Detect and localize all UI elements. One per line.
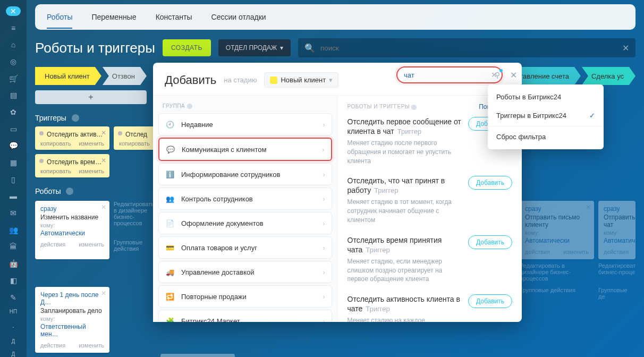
- people-icon[interactable]: 👥: [6, 225, 21, 235]
- add-button[interactable]: Добавить: [468, 235, 512, 249]
- doc-icon[interactable]: ▯: [6, 175, 21, 184]
- close-icon[interactable]: ✕: [586, 203, 591, 211]
- group-recent[interactable]: 🕘Недавние›: [158, 113, 332, 135]
- close-modal-button[interactable]: ✕: [507, 66, 520, 83]
- info-icon[interactable]: [187, 104, 192, 109]
- modal-search-input[interactable]: [404, 71, 487, 79]
- copy-link[interactable]: копировать: [40, 140, 71, 147]
- modal-body: ГРУППА 🕘Недавние› 💬Коммуникация с клиент…: [153, 95, 522, 322]
- close-icon[interactable]: ✕: [101, 203, 106, 211]
- clear-icon[interactable]: ✕: [622, 43, 629, 53]
- modal-search[interactable]: ✕: [396, 66, 503, 83]
- close-icon[interactable]: ✕: [101, 290, 106, 297]
- list-icon[interactable]: ▤: [6, 90, 21, 100]
- close-icon[interactable]: ✕: [6, 6, 21, 16]
- cart-icon[interactable]: 🛒: [6, 74, 21, 83]
- edit-link[interactable]: изменить: [79, 342, 104, 348]
- group-market[interactable]: 🧩Битрикс24.Маркет›: [158, 310, 332, 322]
- bank-icon[interactable]: 🏛: [6, 242, 21, 252]
- target-icon[interactable]: ◎: [6, 57, 21, 66]
- robot-card[interactable]: ✕ сразу Изменить название кому: Автомати…: [35, 201, 109, 259]
- editor-line[interactable]: Редактировать в дизайнере бизнес-процесс…: [114, 201, 156, 226]
- tab-debug-sessions[interactable]: Сессии отладки: [211, 5, 266, 29]
- create-button[interactable]: СОЗДАТЬ: [163, 39, 211, 56]
- group-column: ГРУППА 🕘Недавние› 💬Коммуникация с клиент…: [153, 96, 338, 322]
- trigger-card[interactable]: ✕ Отследить активн… копироватьизменить: [35, 126, 109, 150]
- stage-new-client[interactable]: Новый клиент: [35, 67, 101, 85]
- copy-link[interactable]: копировать: [119, 140, 150, 147]
- info-icon[interactable]: [66, 188, 73, 195]
- rail-label-d2[interactable]: Д: [12, 352, 15, 357]
- tab-robots[interactable]: Роботы: [47, 5, 72, 29]
- actions-label[interactable]: действия: [40, 342, 65, 348]
- add-stage-button[interactable]: +: [35, 90, 147, 104]
- edit-link[interactable]: изменить: [79, 168, 104, 174]
- group-delivery[interactable]: 🚚Управление доставкой›: [158, 261, 332, 283]
- home-icon[interactable]: ⌂: [6, 40, 21, 49]
- global-search[interactable]: 🔍 ✕: [298, 38, 635, 57]
- edit-link[interactable]: изменить: [563, 249, 589, 255]
- actions-label[interactable]: действия: [604, 249, 629, 255]
- group-line[interactable]: Групповые действия: [520, 287, 594, 353]
- file-icon[interactable]: ▭: [6, 124, 21, 134]
- tab-constants[interactable]: Константы: [156, 5, 192, 29]
- filter-option-triggers[interactable]: Триггеры в Битрикс24✓: [488, 106, 604, 125]
- group-line[interactable]: Групповые действия: [114, 239, 156, 252]
- filter-option-robots[interactable]: Роботы в Битрикс24: [488, 88, 604, 106]
- edit-link[interactable]: изменить: [79, 140, 104, 147]
- info-icon[interactable]: [72, 114, 79, 122]
- cube-icon[interactable]: ◧: [6, 276, 21, 285]
- group-client-communication[interactable]: 💬Коммуникация с клиентом›: [158, 138, 332, 161]
- actions-label[interactable]: действия: [40, 241, 65, 248]
- robots-title: Роботы: [35, 187, 61, 196]
- chevron-right-icon: ›: [323, 195, 325, 203]
- chat-icon[interactable]: 💬: [6, 141, 21, 151]
- filter-icon[interactable]: ≡: [6, 23, 21, 33]
- chevron-right-icon: ›: [323, 293, 325, 301]
- group-column-header: ГРУППА: [153, 96, 337, 113]
- stage-picker[interactable]: Новый клиент ▾: [264, 72, 338, 88]
- group-documents[interactable]: 📄Оформление документов›: [158, 212, 332, 234]
- group-staff-control[interactable]: 👥Контроль сотрудников›: [158, 188, 332, 210]
- calendar-icon[interactable]: ▦: [6, 158, 21, 167]
- archive-icon[interactable]: ▬: [6, 192, 21, 201]
- robot-card[interactable]: сразу Отправить чат кому: Автоматически …: [598, 201, 635, 259]
- group-short-line[interactable]: Групповые де: [598, 287, 635, 353]
- editor-short-line[interactable]: Редактироват бизнес-проце: [598, 262, 635, 282]
- settings-icon[interactable]: ✿: [6, 107, 21, 117]
- group-inform-staff[interactable]: ℹ️Информирование сотрудников›: [158, 163, 332, 185]
- robot-card[interactable]: Автоматически действияизменить: [160, 354, 235, 357]
- chevron-down-icon: ▾: [329, 76, 333, 84]
- when-label: сразу: [604, 205, 630, 212]
- editor-line[interactable]: Редактировать в дизайнере бизнес-процесс…: [520, 262, 594, 282]
- filter-option-reset[interactable]: Сброс фильтра: [488, 128, 604, 146]
- close-icon[interactable]: ✕: [101, 129, 106, 137]
- filter-button[interactable]: ⚲: [491, 66, 504, 83]
- copy-link[interactable]: копировать: [40, 168, 71, 174]
- add-button[interactable]: Добавить: [468, 294, 512, 308]
- rail-label-np[interactable]: НП: [10, 309, 17, 314]
- robot-card[interactable]: ✕ сразу Отправить письмо клиенту кому: А…: [520, 201, 594, 259]
- android-icon[interactable]: 🤖: [6, 259, 21, 268]
- department-button[interactable]: ОТДЕЛ ПРОДАЖ▾: [218, 39, 291, 56]
- tab-variables[interactable]: Переменные: [91, 5, 136, 29]
- rail-label-d1[interactable]: Д: [12, 339, 15, 344]
- rt-item-desc: Меняет стадию, если менеджер слишком поз…: [348, 257, 462, 284]
- close-icon[interactable]: ✕: [101, 157, 106, 164]
- when-label: Через 1 день после Д…: [40, 291, 104, 306]
- to-value: Автоматически: [40, 230, 104, 237]
- robot-card[interactable]: ✕ Через 1 день после Д… Запланировать де…: [35, 287, 109, 353]
- actions-label[interactable]: действия: [525, 249, 550, 255]
- info-icon[interactable]: [411, 105, 417, 110]
- trigger-card[interactable]: ✕ Отследить время … копироватьизменить: [35, 154, 109, 177]
- stage-calls[interactable]: Отзвон: [103, 67, 147, 85]
- stage-deal[interactable]: Сделка ус: [582, 67, 635, 85]
- chevron-right-icon: ›: [323, 121, 325, 129]
- group-payment[interactable]: 💳Оплата товаров и услуг›: [158, 236, 332, 259]
- edit-link[interactable]: изменить: [79, 241, 104, 248]
- mail-icon[interactable]: ✉: [6, 208, 21, 218]
- group-repeat-sales[interactable]: 🔁Повторные продажи›: [158, 285, 332, 308]
- search-input[interactable]: [320, 44, 617, 52]
- pencil-icon[interactable]: ✎: [6, 293, 21, 302]
- add-button[interactable]: Добавить: [468, 176, 512, 190]
